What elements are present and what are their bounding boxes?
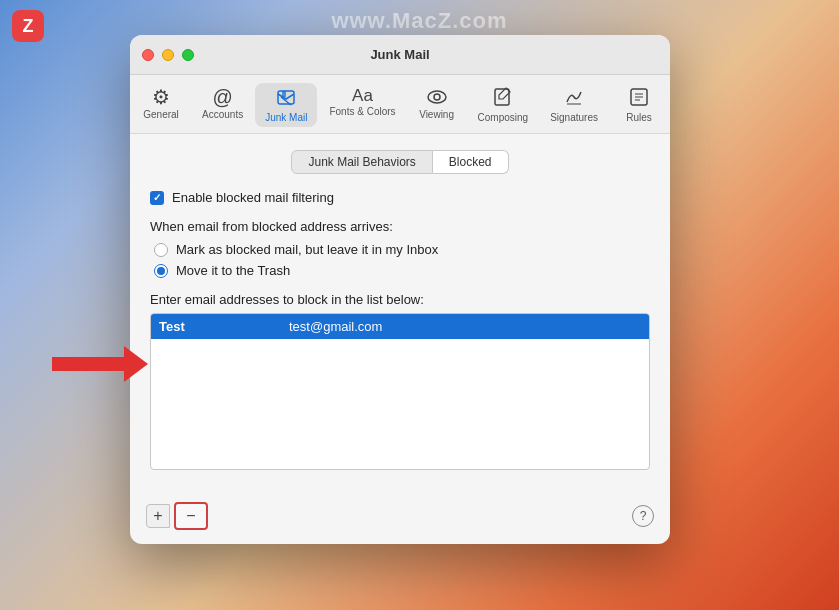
toolbar-item-general[interactable]: ⚙ General (132, 83, 190, 127)
radio-group: Mark as blocked mail, but leave it in my… (154, 242, 650, 278)
radio-inner-dot (157, 267, 165, 275)
close-button[interactable] (142, 49, 154, 61)
email-address: test@gmail.com (289, 319, 382, 334)
junk-mail-label: Junk Mail (265, 112, 307, 123)
junk-mail-behaviors-tab[interactable]: Junk Mail Behaviors (291, 150, 432, 174)
window-title: Junk Mail (370, 47, 429, 62)
arrow-head (124, 346, 148, 382)
radio-mark-label: Mark as blocked mail, but leave it in my… (176, 242, 438, 257)
checkmark-icon: ✓ (153, 193, 161, 203)
signatures-label: Signatures (550, 112, 598, 123)
radio-row-mark[interactable]: Mark as blocked mail, but leave it in my… (154, 242, 650, 257)
list-label: Enter email addresses to block in the li… (150, 292, 650, 307)
radio-mark[interactable] (154, 243, 168, 257)
junk-mail-window: Junk Mail ⚙ General @ Accounts Junk Mail (130, 35, 670, 544)
window-controls (142, 49, 194, 61)
minimize-button[interactable] (162, 49, 174, 61)
blocked-tab[interactable]: Blocked (433, 150, 509, 174)
toolbar-item-signatures[interactable]: Signatures (540, 83, 608, 127)
toolbar-item-junk-mail[interactable]: Junk Mail (255, 83, 317, 127)
radio-row-trash[interactable]: Move it to the Trash (154, 263, 650, 278)
rules-icon (629, 87, 649, 110)
radio-trash-label: Move it to the Trash (176, 263, 290, 278)
bottom-bar: + − ? (130, 494, 670, 544)
svg-point-4 (428, 91, 446, 103)
junk-mail-icon (276, 87, 296, 110)
email-list-row[interactable]: Test test@gmail.com (151, 314, 649, 339)
add-remove-controls: + − (146, 502, 208, 530)
general-label: General (143, 109, 179, 120)
remove-button[interactable]: − (174, 502, 208, 530)
email-name: Test (159, 319, 289, 334)
svg-rect-0 (278, 91, 294, 104)
toolbar-item-viewing[interactable]: Viewing (408, 83, 466, 127)
enable-filter-row[interactable]: ✓ Enable blocked mail filtering (150, 190, 650, 205)
viewing-icon (426, 87, 448, 107)
general-icon: ⚙ (152, 87, 170, 107)
add-button[interactable]: + (146, 504, 170, 528)
fonts-colors-label: Fonts & Colors (329, 106, 395, 117)
content-area: Junk Mail Behaviors Blocked ✓ Enable blo… (130, 134, 670, 494)
email-list: Test test@gmail.com (150, 313, 650, 470)
email-list-empty (151, 339, 649, 469)
accounts-label: Accounts (202, 109, 243, 120)
composing-icon (493, 87, 513, 110)
enable-filter-checkbox[interactable]: ✓ (150, 191, 164, 205)
toolbar-item-rules[interactable]: Rules (610, 83, 668, 127)
rules-label: Rules (626, 112, 652, 123)
toolbar-item-composing[interactable]: Composing (468, 83, 539, 127)
enable-filter-label: Enable blocked mail filtering (172, 190, 334, 205)
arrow-shaft (52, 357, 124, 371)
toolbar-item-fonts-colors[interactable]: Aa Fonts & Colors (319, 83, 405, 127)
z-app-icon[interactable]: Z (12, 10, 44, 42)
title-bar: Junk Mail (130, 35, 670, 75)
radio-trash[interactable] (154, 264, 168, 278)
when-label: When email from blocked address arrives: (150, 219, 650, 234)
toolbar: ⚙ General @ Accounts Junk Mail Aa Fonts … (130, 75, 670, 134)
segmented-control: Junk Mail Behaviors Blocked (150, 150, 650, 174)
svg-point-5 (434, 94, 440, 100)
composing-label: Composing (478, 112, 529, 123)
help-button[interactable]: ? (632, 505, 654, 527)
maximize-button[interactable] (182, 49, 194, 61)
fonts-colors-icon: Aa (352, 87, 373, 104)
viewing-label: Viewing (419, 109, 454, 120)
arrow-indicator (52, 346, 148, 382)
accounts-icon: @ (212, 87, 232, 107)
toolbar-item-accounts[interactable]: @ Accounts (192, 83, 253, 127)
signatures-icon (564, 87, 584, 110)
